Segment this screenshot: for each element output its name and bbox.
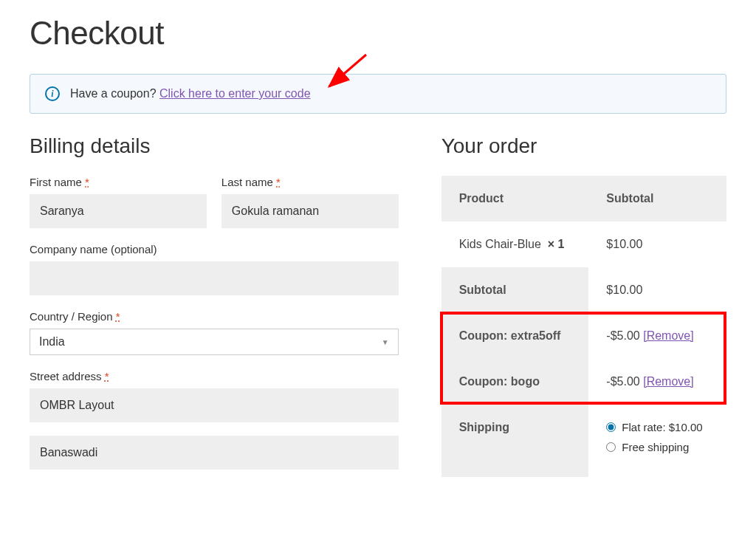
order-col-product: Product: [441, 176, 589, 222]
chevron-down-icon: ▼: [382, 338, 389, 346]
subtotal-value: $10.00: [588, 267, 726, 313]
street-input-1[interactable]: [30, 388, 399, 422]
required-marker: *: [116, 310, 120, 323]
coupon-prompt: Have a coupon?: [70, 87, 159, 100]
order-item-name: Kids Chair-Blue: [459, 238, 541, 250]
order-heading: Your order: [441, 134, 726, 158]
shipping-radio-flat[interactable]: [606, 422, 616, 432]
company-label: Company name (optional): [30, 243, 399, 255]
order-item-qty: × 1: [548, 238, 565, 250]
order-table: Product Subtotal Kids Chair-Blue × 1 $10…: [441, 176, 726, 477]
coupon-label: Coupon: extra5off: [441, 313, 589, 359]
country-select[interactable]: India ▼: [30, 329, 399, 355]
billing-section: Billing details First name * Last name *…: [30, 134, 399, 484]
first-name-label: First name *: [30, 176, 207, 188]
first-name-input[interactable]: [30, 194, 207, 228]
country-label: Country / Region *: [30, 310, 399, 323]
order-col-subtotal: Subtotal: [588, 176, 726, 222]
company-input[interactable]: [30, 261, 399, 295]
shipping-option[interactable]: Free shipping: [606, 441, 709, 453]
info-icon: i: [45, 86, 60, 101]
shipping-label: Shipping: [441, 405, 589, 477]
coupon-amount: -$5.00: [606, 329, 639, 342]
svg-line-1: [329, 55, 366, 86]
country-value: India: [39, 335, 65, 349]
coupon-amount: -$5.00: [606, 375, 639, 388]
shipping-radio-free[interactable]: [606, 442, 616, 452]
order-item-subtotal: $10.00: [588, 222, 726, 267]
required-marker: *: [85, 176, 89, 188]
coupon-notice: i Have a coupon? Click here to enter you…: [30, 74, 726, 114]
remove-coupon-link[interactable]: [Remove]: [643, 375, 693, 388]
shipping-option[interactable]: Flat rate: $10.00: [606, 421, 709, 433]
street-label: Street address *: [30, 370, 399, 382]
order-section: Your order Product Subtotal Kids Chair-B…: [441, 134, 726, 484]
coupon-label: Coupon: bogo: [441, 359, 589, 405]
billing-heading: Billing details: [30, 134, 399, 158]
arrow-annotation-icon: [322, 51, 374, 95]
subtotal-label: Subtotal: [441, 267, 589, 313]
coupon-toggle-link[interactable]: Click here to enter your code: [159, 87, 311, 100]
shipping-option-label: Flat rate: $10.00: [622, 421, 702, 433]
required-marker: *: [276, 176, 281, 188]
last-name-input[interactable]: [221, 194, 399, 228]
required-marker: *: [105, 370, 109, 382]
page-title: Checkout: [30, 15, 726, 52]
order-item-row: Kids Chair-Blue × 1 $10.00: [441, 222, 726, 267]
last-name-label: Last name *: [221, 176, 399, 188]
remove-coupon-link[interactable]: [Remove]: [643, 329, 693, 342]
street-input-2[interactable]: [30, 436, 399, 470]
shipping-option-label: Free shipping: [622, 441, 689, 453]
